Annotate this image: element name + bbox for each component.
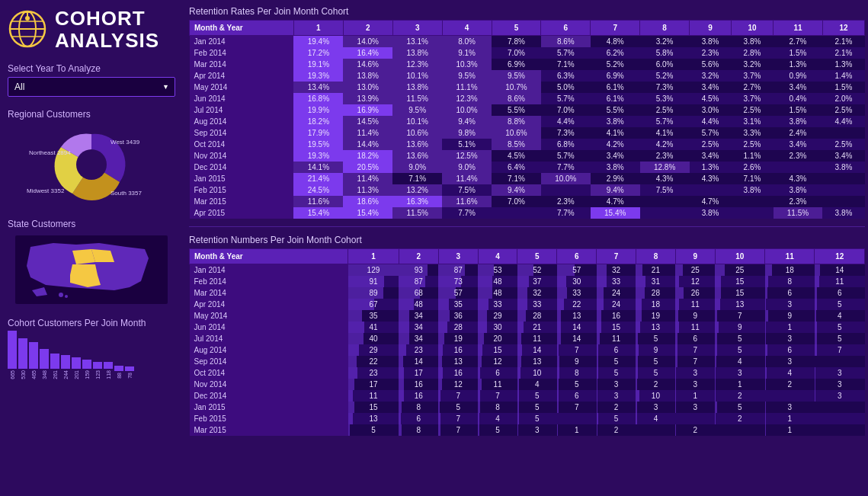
bar (18, 338, 27, 369)
data-cell: 9 (715, 322, 764, 333)
table-header-cell: 3 (392, 21, 442, 36)
retention-numbers-title: Retention Numbers Per Join Month Cohort (189, 235, 865, 245)
table-row: Dec 201414.1%20.5%9.0%9.0%6.4%7.7%3.8%12… (190, 162, 865, 173)
data-cell: 3 (636, 402, 675, 413)
data-cell: 13.1% (392, 36, 442, 48)
data-cell (822, 127, 864, 139)
data-cell: 4 (715, 356, 764, 367)
cohort-bar-label: Cohort Customers Per Join Month (8, 318, 175, 328)
data-cell: 7.0% (492, 47, 541, 59)
data-cell: 57 (438, 287, 478, 299)
bar (61, 355, 70, 369)
data-cell: 3.4% (690, 150, 732, 162)
table-header-cell: 2 (399, 249, 438, 264)
data-cell: 13 (557, 310, 597, 322)
data-cell: 3.4% (690, 82, 732, 93)
app-title: COHORT ANALYSIS (55, 8, 159, 51)
bar-item: 118 (104, 362, 113, 379)
data-cell: 2.7% (732, 82, 774, 93)
data-cell: 3.8% (732, 36, 774, 48)
data-cell: 29 (348, 344, 399, 356)
data-cell: 9.5% (392, 104, 442, 116)
data-cell: 2.1% (822, 47, 864, 59)
data-cell: 31 (636, 276, 675, 287)
cohort-bar-chart: 6655304653482612442011591231188878 (8, 333, 175, 379)
bar-label: 78 (127, 373, 133, 379)
data-cell: 4.3% (690, 173, 732, 184)
data-cell: 1 (557, 424, 597, 436)
data-cell: 18 (765, 264, 815, 277)
data-cell: 5 (557, 379, 597, 390)
right-panel[interactable]: Retention Rates Per Join Month Cohort Mo… (183, 0, 868, 496)
data-cell: 6.3% (541, 70, 591, 82)
data-cell: 1.3% (690, 162, 732, 173)
data-cell: 4.7% (690, 196, 732, 207)
data-cell: 12.8% (640, 162, 690, 173)
data-cell: 14 (815, 264, 865, 277)
data-cell: 4.4% (541, 116, 591, 127)
year-select-wrapper[interactable]: All 2014 2015 (8, 77, 175, 97)
table-row: Jul 20144034192011141156535 (190, 333, 865, 344)
row-label: Aug 2014 (190, 116, 294, 127)
data-cell: 5 (478, 424, 517, 436)
data-cell: 5.2% (591, 59, 640, 70)
data-cell (822, 184, 864, 196)
data-cell: 2.1% (822, 36, 864, 48)
data-cell (640, 207, 690, 219)
table-row: Jan 2015158585723353 (190, 402, 865, 413)
data-cell: 9.4% (442, 116, 492, 127)
table-row: Mar 20148968574832332428261566 (190, 287, 865, 299)
data-cell: 16.4% (343, 47, 392, 59)
data-cell: 7 (438, 424, 478, 436)
data-cell: 15 (597, 322, 636, 333)
data-cell: 19.3% (293, 70, 343, 82)
table-header-cell: 4 (478, 249, 517, 264)
row-label: Jul 2014 (190, 104, 294, 116)
data-cell: 5.5% (492, 104, 541, 116)
data-cell: 3.4% (774, 139, 823, 150)
data-cell: 5 (815, 299, 865, 310)
data-cell: 11 (597, 333, 636, 344)
table-row: Aug 201429231615147697567 (190, 344, 865, 356)
data-cell: 4.4% (690, 116, 732, 127)
table-header-cell: 6 (557, 249, 597, 264)
table-header-cell: Month & Year (190, 21, 294, 36)
table-row: Feb 201491877348373033311215811 (190, 276, 865, 287)
data-cell: 8.5% (492, 139, 541, 150)
bar-item: 465 (29, 342, 38, 379)
data-cell: 6.1% (591, 93, 640, 104)
bar-label: 159 (85, 370, 90, 379)
year-select[interactable]: All 2014 2015 (8, 77, 175, 97)
data-cell: 11 (815, 276, 865, 287)
table-header-cell: 2 (343, 21, 392, 36)
data-cell: 19.3% (293, 150, 343, 162)
data-cell (541, 184, 591, 196)
data-cell: 3 (765, 299, 815, 310)
donut-chart: Northeast 2894 West 3439 Midwest 3352 So… (23, 123, 160, 206)
data-cell: 14.0% (343, 36, 392, 48)
data-cell: 12.3% (392, 59, 442, 70)
data-cell: 5.7% (541, 93, 591, 104)
table-header-cell: 5 (517, 249, 557, 264)
data-cell: 11.5% (392, 93, 442, 104)
table-row: Apr 201419.3%13.8%10.1%9.5%9.5%6.3%6.9%5… (190, 70, 865, 82)
data-cell: 13 (715, 299, 764, 310)
data-cell: 5 (636, 333, 675, 344)
data-cell: 33 (478, 299, 517, 310)
data-cell: 8 (399, 402, 438, 413)
data-cell: 9.5% (492, 70, 541, 82)
data-cell: 3.8% (690, 36, 732, 48)
bar-item: 78 (125, 366, 134, 379)
data-cell: 11 (478, 379, 517, 390)
data-cell: 14.4% (343, 139, 392, 150)
data-cell: 34 (399, 310, 438, 322)
row-label: Mar 2014 (190, 59, 294, 70)
data-cell: 3.0% (690, 104, 732, 116)
data-cell: 5.2% (640, 70, 690, 82)
data-cell: 21 (517, 322, 557, 333)
table-header-cell: 3 (438, 249, 478, 264)
data-cell: 6 (557, 390, 597, 402)
row-label: Sep 2014 (190, 127, 294, 139)
data-cell (636, 424, 675, 436)
data-cell: 5 (597, 413, 636, 424)
